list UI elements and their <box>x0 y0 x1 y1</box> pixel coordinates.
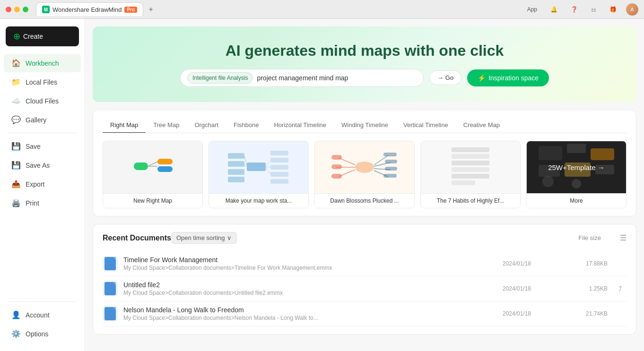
tab-vertical-timeline[interactable]: Vertical Timeline <box>396 118 456 133</box>
tab-fishbone[interactable]: Fishbone <box>226 118 266 133</box>
main-tab[interactable]: M Wondershare EdrawMind Pro <box>36 2 143 16</box>
template-name-work-sta: Make your map work sta... <box>209 193 308 208</box>
svg-rect-3 <box>157 166 173 172</box>
sidebar-item-account[interactable]: 👤 Account <box>4 306 81 324</box>
more-card-overlay: 25W+Template → <box>527 141 626 193</box>
sidebar-item-workbench-label: Workbench <box>26 60 59 67</box>
template-thumb-work-sta <box>209 141 308 193</box>
tab-winding-timeline[interactable]: Winding Timeline <box>334 118 396 133</box>
sidebar-item-local-files[interactable]: 📁 Local Files <box>4 73 81 91</box>
gallery-icon: 💬 <box>11 115 21 124</box>
recent-doc-3[interactable]: Nelson Mandela - Long Walk to Freedom My… <box>103 301 627 326</box>
template-card-new-right-map[interactable]: New Right Map <box>103 141 203 208</box>
svg-rect-9 <box>228 177 244 182</box>
sort-button[interactable]: Open time sorting ∨ <box>171 232 237 244</box>
hero-title: AI generates mind maps with one click <box>226 42 504 60</box>
svg-line-15 <box>244 156 247 165</box>
tab-area: M Wondershare EdrawMind Pro + <box>36 2 157 16</box>
recent-doc-1[interactable]: Timeline For Work Management My Cloud Sp… <box>103 251 627 276</box>
template-card-work-sta[interactable]: Make your map work sta... <box>209 141 309 208</box>
print-icon: 🖨️ <box>11 198 21 207</box>
file-name-2: Untitled file2 <box>123 281 473 289</box>
sidebar-item-save[interactable]: 💾 Save <box>4 137 81 155</box>
more-count: 25W+Template → <box>548 163 605 171</box>
file-type-badge-2 <box>104 282 116 295</box>
sidebar-item-export[interactable]: 📤 Export <box>4 175 81 193</box>
template-section: Right Map Tree Map Orgchart Fishbone Hor… <box>93 110 636 216</box>
sidebar-item-gallery[interactable]: 💬 Gallery <box>4 111 81 129</box>
sidebar-item-workbench[interactable]: 🏠 Workbench <box>4 54 81 72</box>
svg-rect-10 <box>270 151 288 155</box>
close-button[interactable] <box>6 7 11 12</box>
recent-doc-2[interactable]: Untitled file2 My Cloud Space>Collaborat… <box>103 276 627 301</box>
sidebar-item-print[interactable]: 🖨️ Print <box>4 194 81 212</box>
gift-button[interactable]: 🎁 <box>606 4 620 15</box>
help-button[interactable]: ❓ <box>567 4 582 15</box>
minimize-button[interactable] <box>14 7 20 12</box>
hero-input-row: Intelligent file Analysis → Go ⚡ Inspira… <box>180 69 549 87</box>
maximize-button[interactable] <box>23 7 28 12</box>
export-icon: 📤 <box>11 180 21 188</box>
share-icon-2[interactable]: ⤴ <box>613 282 627 295</box>
grid-button[interactable]: ⚏ <box>587 4 600 15</box>
bell-icon: 🔔 <box>550 6 557 13</box>
recent-section: Recent Documents Open time sorting ∨ Fil… <box>93 224 636 334</box>
template-tabs: Right Map Tree Map Orgchart Fishbone Hor… <box>103 118 627 133</box>
gift-icon: 🎁 <box>609 6 617 13</box>
sidebar-item-options[interactable]: ⚙️ Options <box>4 325 81 343</box>
svg-rect-7 <box>228 161 244 167</box>
tab-horizontal-timeline[interactable]: Horizontal Timeline <box>266 118 334 133</box>
template-card-habits[interactable]: The 7 Habits of Highly Ef... <box>420 141 521 208</box>
svg-rect-30 <box>331 174 342 179</box>
file-date-3: 2024/01/18 <box>479 310 555 317</box>
app-button[interactable]: App <box>523 4 541 15</box>
sidebar-item-cloud-files[interactable]: ☁️ Cloud Files <box>4 92 81 110</box>
svg-rect-34 <box>383 174 397 178</box>
view-toggle-icon[interactable]: ☰ <box>620 233 627 242</box>
go-button[interactable]: → Go <box>429 70 461 85</box>
tab-orgchart[interactable]: Orgchart <box>187 118 226 133</box>
lightning-icon: ⚡ <box>478 74 486 82</box>
sidebar-top: ⊕ Create 🏠 Workbench 📁 Local Files ☁️ Cl… <box>0 23 85 298</box>
sidebar-item-local-files-label: Local Files <box>26 78 57 86</box>
sidebar: ⊕ Create 🏠 Workbench 📁 Local Files ☁️ Cl… <box>0 19 85 351</box>
template-card-dawn-blossoms[interactable]: Dawn Blossoms Plucked ... <box>314 141 415 208</box>
template-card-more[interactable]: 25W+Template → More <box>526 141 627 208</box>
file-path-1: My Cloud Space>Collaboration documents>T… <box>123 265 473 271</box>
template-thumb-dawn-blossoms <box>315 141 414 193</box>
file-info-2: Untitled file2 My Cloud Space>Collaborat… <box>123 281 473 296</box>
svg-rect-31 <box>383 153 397 156</box>
inspiration-button[interactable]: ⚡ Inspiration space <box>467 69 549 86</box>
file-info-1: Timeline For Work Management My Cloud Sp… <box>123 256 473 271</box>
notification-button[interactable]: 🔔 <box>547 4 561 15</box>
svg-rect-37 <box>452 161 489 165</box>
svg-line-4 <box>148 162 157 166</box>
sidebar-bottom: 👤 Account ⚙️ Options <box>0 298 85 347</box>
sidebar-item-save-as[interactable]: 💾 Save As <box>4 156 81 174</box>
tab-right-map[interactable]: Right Map <box>103 118 146 133</box>
ai-search-input[interactable] <box>257 74 419 82</box>
plus-icon: ⊕ <box>13 31 20 42</box>
svg-line-18 <box>266 167 270 167</box>
svg-rect-32 <box>385 160 397 163</box>
file-size-3: 21.74KB <box>560 310 608 317</box>
inspiration-label: Inspiration space <box>488 74 539 82</box>
titlebar: M Wondershare EdrawMind Pro + App 🔔 ❓ ⚏ … <box>0 0 644 19</box>
avatar[interactable]: A <box>626 3 638 16</box>
new-tab-button[interactable]: + <box>145 4 157 15</box>
svg-rect-36 <box>452 154 489 159</box>
file-type-badge-3 <box>104 307 116 320</box>
sidebar-item-save-as-label: Save As <box>26 162 50 169</box>
tab-tree-map[interactable]: Tree Map <box>146 118 187 133</box>
work-sta-preview <box>223 146 294 188</box>
file-share-placeholder-1 <box>613 257 627 270</box>
intelligent-tag: Intelligent file Analysis <box>187 72 253 84</box>
create-label: Create <box>23 33 43 40</box>
svg-rect-5 <box>247 163 266 171</box>
file-date-2: 2024/01/18 <box>479 285 555 292</box>
tab-creative-map[interactable]: Creative Map <box>456 118 507 133</box>
sort-label: Open time sorting <box>176 234 225 241</box>
file-date-1: 2024/01/18 <box>479 260 555 267</box>
create-button[interactable]: ⊕ Create <box>6 26 79 46</box>
template-name-habits: The 7 Habits of Highly Ef... <box>421 193 520 208</box>
